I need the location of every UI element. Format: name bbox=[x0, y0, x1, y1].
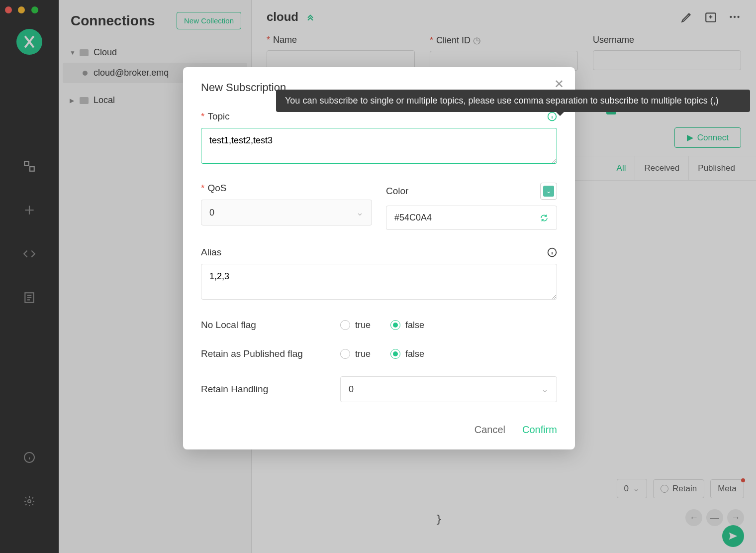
topic-label: *Topic bbox=[201, 111, 230, 122]
chevron-down-icon: ⌄ bbox=[356, 207, 364, 218]
topic-tooltip: You can subscribe to single or multiple … bbox=[276, 90, 750, 112]
alias-input[interactable] bbox=[201, 264, 557, 300]
nolocal-label: No Local flag bbox=[201, 320, 320, 331]
rap-true-radio[interactable]: true bbox=[340, 349, 371, 359]
qos-label: *QoS bbox=[201, 183, 226, 194]
new-subscription-modal: New Subscription ✕ *Topic *QoS 0 ⌄ Color… bbox=[183, 67, 575, 449]
chevron-down-icon: ⌄ bbox=[541, 384, 549, 395]
info-icon[interactable] bbox=[547, 247, 557, 257]
color-swatch[interactable]: ⌄ bbox=[540, 183, 557, 200]
cancel-button[interactable]: Cancel bbox=[474, 424, 505, 436]
topic-input[interactable] bbox=[201, 128, 557, 164]
nolocal-false-radio[interactable]: false bbox=[390, 320, 424, 331]
rap-false-radio[interactable]: false bbox=[390, 349, 424, 359]
qos-select[interactable]: 0 ⌄ bbox=[201, 200, 372, 225]
nolocal-true-radio[interactable]: true bbox=[340, 320, 371, 331]
rh-select[interactable]: 0 ⌄ bbox=[340, 376, 557, 402]
color-input[interactable]: #54C0A4 bbox=[386, 206, 557, 230]
refresh-icon[interactable] bbox=[540, 214, 549, 222]
confirm-button[interactable]: Confirm bbox=[522, 424, 557, 436]
alias-label: Alias bbox=[201, 247, 221, 258]
rh-label: Retain Handling bbox=[201, 384, 320, 395]
rap-label: Retain as Published flag bbox=[201, 348, 320, 359]
color-label: Color bbox=[386, 186, 408, 197]
close-icon[interactable]: ✕ bbox=[554, 77, 564, 91]
